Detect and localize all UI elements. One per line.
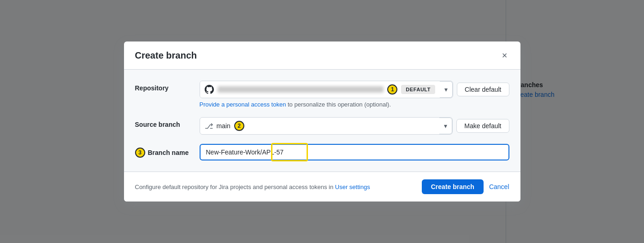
repo-selector-inner: 1 DEFAULT xyxy=(200,81,440,98)
step-2-badge: 2 xyxy=(234,121,244,131)
create-branch-modal: Create branch × Repository xyxy=(124,41,520,202)
source-branch-row: Source branch ⎇ main 2 ▾ xyxy=(135,117,509,135)
repository-dropdown-button[interactable]: ▾ xyxy=(440,81,453,98)
modal-overlay: Create branch × Repository xyxy=(0,0,644,243)
access-token-hint-text: to personalize this operation (optional)… xyxy=(286,101,391,108)
modal-title: Create branch xyxy=(135,50,197,61)
branch-name-control xyxy=(200,144,509,160)
access-token-hint: Provide a personal access token to perso… xyxy=(200,101,509,108)
footer-hint-text: Configure default repository for Jira pr… xyxy=(135,184,335,190)
repository-selector[interactable]: 1 DEFAULT ▾ xyxy=(200,81,454,98)
source-branch-inner: ⎇ main 2 xyxy=(200,118,440,134)
default-badge: DEFAULT xyxy=(401,85,435,94)
step-3-badge: 3 xyxy=(135,148,145,158)
source-branch-label: Source branch xyxy=(135,117,200,128)
chevron-down-icon-2: ▾ xyxy=(444,122,447,130)
make-default-button[interactable]: Make default xyxy=(456,119,509,133)
repo-name-blurred xyxy=(218,86,384,93)
close-button[interactable]: × xyxy=(500,49,509,62)
repository-label: Repository xyxy=(135,81,200,92)
branch-name-label: 3 Branch name xyxy=(135,144,200,158)
branch-name-label-text: Branch name xyxy=(148,149,189,156)
branch-name-label-with-badge: 3 Branch name xyxy=(135,148,200,158)
repository-row-inner: 1 DEFAULT ▾ Clear default xyxy=(200,81,509,98)
repository-control: 1 DEFAULT ▾ Clear default Provide a pers… xyxy=(200,81,509,108)
access-token-link[interactable]: Provide a personal access token xyxy=(200,101,286,108)
create-branch-button[interactable]: Create branch xyxy=(422,179,484,194)
source-branch-row-inner: ⎇ main 2 ▾ Make default xyxy=(200,117,509,135)
branch-name-row: 3 Branch name xyxy=(135,144,509,160)
source-branch-selector[interactable]: ⎇ main 2 ▾ xyxy=(200,117,453,135)
modal-header: Create branch × xyxy=(124,41,520,70)
repository-row: Repository 1 DEFAULT xyxy=(135,81,509,108)
footer-hint: Configure default repository for Jira pr… xyxy=(135,184,370,190)
modal-footer: Configure default repository for Jira pr… xyxy=(124,172,520,202)
chevron-down-icon: ▾ xyxy=(444,86,448,93)
footer-actions: Create branch Cancel xyxy=(422,179,509,194)
source-branch-control: ⎇ main 2 ▾ Make default xyxy=(200,117,509,135)
modal-body: Repository 1 DEFAULT xyxy=(124,70,520,172)
cancel-button[interactable]: Cancel xyxy=(489,183,509,190)
clear-default-button[interactable]: Clear default xyxy=(457,83,509,96)
branch-icon: ⎇ xyxy=(205,122,213,130)
github-icon xyxy=(205,85,214,94)
branch-name-input[interactable] xyxy=(200,144,509,160)
source-branch-value: main xyxy=(217,122,230,130)
user-settings-link[interactable]: User settings xyxy=(335,184,370,190)
source-branch-dropdown-button[interactable]: ▾ xyxy=(439,118,452,134)
step-1-badge: 1 xyxy=(387,84,397,95)
